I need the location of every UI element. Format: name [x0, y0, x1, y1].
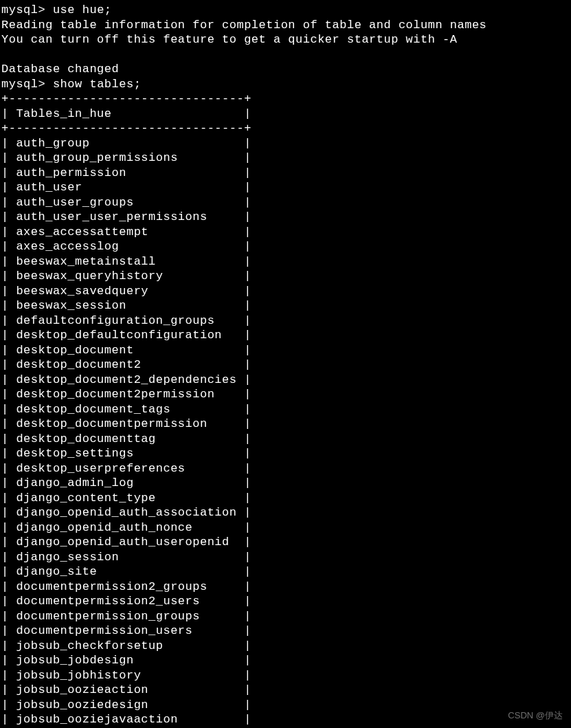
table-row: | defaultconfiguration_groups | — [1, 313, 570, 329]
table-row: | documentpermission_users | — [1, 624, 570, 639]
table-header: Tables_in_hue — [16, 107, 111, 120]
mysql-prompt: mysql> — [1, 78, 45, 91]
table-row: | jobsub_checkforsetup | — [1, 639, 570, 654]
terminal-output: mysql> use hue; Reading table informatio… — [1, 3, 570, 727]
table-body: | auth_group || auth_group_permissions |… — [1, 136, 570, 727]
table-row: | desktop_documenttag | — [1, 432, 570, 447]
mysql-prompt: mysql> — [1, 3, 45, 16]
watermark: CSDN @伊达 — [508, 708, 563, 723]
table-row: | desktop_defaultconfiguration | — [1, 328, 570, 343]
table-row: | axes_accesslog | — [1, 239, 570, 254]
table-row: | desktop_settings | — [1, 446, 570, 461]
table-row: | beeswax_savedquery | — [1, 284, 570, 299]
output-line: Reading table information for completion… — [1, 18, 570, 33]
table-row: | auth_user_user_permissions | — [1, 210, 570, 225]
table-row: | django_admin_log | — [1, 476, 570, 491]
blank-line — [1, 47, 570, 63]
table-row: | desktop_userpreferences | — [1, 461, 570, 476]
command-line-1: mysql> use hue; — [1, 3, 570, 18]
command-text: show tables; — [53, 78, 141, 91]
command-text: use hue; — [53, 3, 112, 16]
table-row: | desktop_document2permission | — [1, 387, 570, 402]
command-line-2: mysql> show tables; — [1, 77, 570, 92]
table-row: | desktop_documentpermission | — [1, 417, 570, 432]
table-row: | beeswax_queryhistory | — [1, 269, 570, 284]
table-row: | jobsub_ooziejavaaction | — [1, 712, 570, 727]
table-row: | django_openid_auth_nonce | — [1, 520, 570, 536]
table-row: | django_openid_auth_association | — [1, 505, 570, 520]
table-row: | documentpermission2_groups | — [1, 580, 570, 595]
table-row: | beeswax_session | — [1, 298, 570, 313]
table-row: | django_content_type | — [1, 491, 570, 506]
table-row: | auth_user_groups | — [1, 195, 570, 210]
table-row: | auth_user | — [1, 180, 570, 195]
table-row: | jobsub_jobdesign | — [1, 653, 570, 668]
table-row: | desktop_document_tags | — [1, 402, 570, 417]
table-row: | documentpermission2_users | — [1, 594, 570, 609]
output-line: You can turn off this feature to get a q… — [1, 32, 570, 47]
table-row: | django_openid_auth_useropenid | — [1, 535, 570, 550]
table-row: | jobsub_jobhistory | — [1, 668, 570, 683]
table-row: | desktop_document | — [1, 343, 570, 358]
table-row: | django_session | — [1, 550, 570, 565]
table-row: | auth_permission | — [1, 166, 570, 181]
table-row: | jobsub_ooziedesign | — [1, 698, 570, 713]
table-row: | django_site | — [1, 564, 570, 580]
output-line: Database changed — [1, 62, 570, 77]
table-row: | auth_group_permissions | — [1, 151, 570, 166]
table-row: | desktop_document2 | — [1, 357, 570, 373]
table-row: | jobsub_oozieaction | — [1, 683, 570, 698]
table-row: | axes_accessattempt | — [1, 225, 570, 240]
table-row: | desktop_document2_dependencies | — [1, 373, 570, 388]
table-border: +--------------------------------+ — [1, 91, 570, 107]
table-border: +--------------------------------+ — [1, 121, 570, 136]
table-row: | beeswax_metainstall | — [1, 254, 570, 269]
table-row: | documentpermission_groups | — [1, 609, 570, 624]
table-row: | auth_group | — [1, 136, 570, 151]
table-header-row: | Tables_in_hue | — [1, 107, 570, 122]
